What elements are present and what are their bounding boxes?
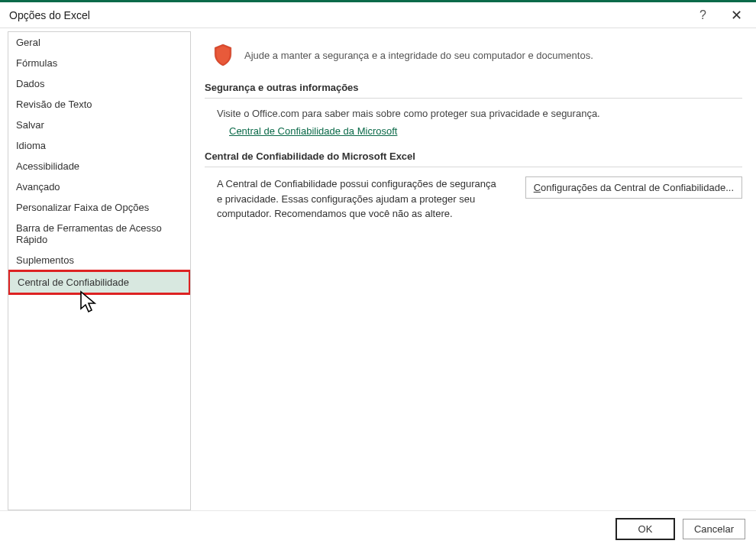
titlebar-controls: ? ✕ [696, 5, 748, 25]
banner-text: Ajude a manter a segurança e a integrida… [244, 50, 593, 61]
sidebar-item-formulas[interactable]: Fórmulas [8, 53, 190, 73]
security-info-text: Visite o Office.com para saber mais sobr… [217, 108, 742, 119]
sidebar-item-label: Fórmulas [16, 57, 57, 69]
sidebar-item-customize-ribbon[interactable]: Personalizar Faixa de Opções [8, 197, 190, 218]
sidebar-item-addins[interactable]: Suplementos [8, 250, 190, 270]
sidebar-item-label: Acessibilidade [16, 160, 79, 172]
close-icon[interactable]: ✕ [725, 5, 748, 25]
section-security-body: Visite o Office.com para saber mais sobr… [205, 108, 742, 151]
sidebar-item-save[interactable]: Salvar [8, 115, 190, 135]
sidebar-item-general[interactable]: Geral [8, 32, 190, 53]
sidebar-item-data[interactable]: Dados [8, 73, 190, 94]
sidebar-item-label: Salvar [16, 119, 44, 131]
trust-row: A Central de Confiabilidade possui confi… [217, 176, 742, 222]
section-trust-center-body: A Central de Confiabilidade possui confi… [205, 176, 742, 235]
trust-center-description: A Central de Confiabilidade possui confi… [217, 176, 504, 222]
sidebar-item-label: Revisão de Texto [16, 99, 92, 110]
window-title: Opções do Excel [9, 9, 696, 21]
sidebar-item-quick-access-toolbar[interactable]: Barra de Ferramentas de Acesso Rápido [8, 218, 190, 250]
cancel-button[interactable]: Cancelar [683, 519, 745, 539]
sidebar-item-advanced[interactable]: Avançado [8, 176, 190, 197]
sidebar-item-proofing[interactable]: Revisão de Texto [8, 94, 190, 115]
footer: OK Cancelar [0, 510, 756, 547]
ms-trust-center-link[interactable]: Central de Confiabilidade da Microsoft [229, 125, 397, 137]
titlebar: Opções do Excel ? ✕ [0, 2, 756, 28]
button-mnemonic: C [534, 182, 541, 193]
sidebar-item-accessibility[interactable]: Acessibilidade [8, 156, 190, 176]
section-trust-center-title: Central de Confiabilidade do Microsoft E… [205, 151, 742, 167]
content-area: Ajude a manter a segurança e a integrida… [203, 31, 748, 510]
sidebar-item-language[interactable]: Idioma [8, 135, 190, 156]
sidebar-item-label: Central de Confiabilidade [18, 277, 129, 288]
options-window: Opções do Excel ? ✕ Geral Fórmulas Dados… [0, 0, 756, 547]
sidebar-item-label: Geral [16, 37, 40, 48]
sidebar-item-label: Avançado [16, 181, 60, 193]
shield-icon [212, 44, 234, 66]
section-security-title: Segurança e outras informações [205, 82, 742, 99]
button-label-rest: onfigurações da Central de Confiabilidad… [541, 182, 734, 193]
trust-center-settings-button[interactable]: Configurações da Central de Confiabilida… [525, 176, 742, 199]
body-area: Geral Fórmulas Dados Revisão de Texto Sa… [0, 28, 756, 510]
ok-button[interactable]: OK [615, 518, 675, 540]
sidebar-item-trust-center[interactable]: Central de Confiabilidade [8, 270, 191, 295]
sidebar-item-label: Idioma [16, 140, 46, 151]
sidebar-item-label: Barra de Ferramentas de Acesso Rápido [16, 222, 162, 245]
sidebar: Geral Fórmulas Dados Revisão de Texto Sa… [8, 31, 191, 510]
sidebar-item-label: Personalizar Faixa de Opções [16, 202, 149, 213]
help-icon[interactable]: ? [696, 5, 709, 25]
sidebar-item-label: Suplementos [16, 254, 74, 266]
banner: Ajude a manter a segurança e a integrida… [205, 39, 742, 82]
sidebar-item-label: Dados [16, 78, 45, 89]
